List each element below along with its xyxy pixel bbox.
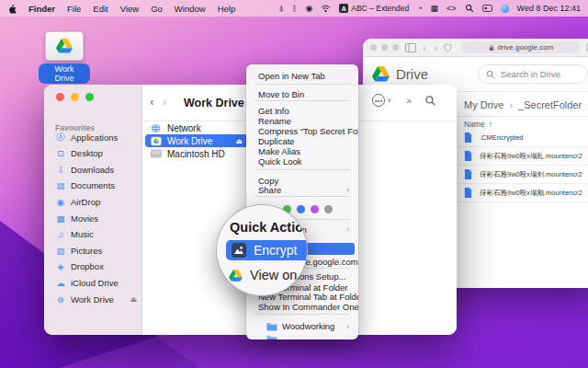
finder-row-label: Macintosh HD (167, 149, 225, 159)
time-machine-icon[interactable]: ◔ (417, 5, 422, 13)
finder-row-network[interactable]: Network (145, 121, 248, 134)
menu-help[interactable]: Help (218, 4, 236, 14)
back-icon[interactable]: ‹ (150, 95, 153, 109)
menu-item-label: Move to Bin (258, 89, 304, 99)
external-drive-icon (45, 31, 84, 61)
sidebar-item-dropbox[interactable]: ◈Dropbox (50, 259, 137, 274)
menu-item-share[interactable]: Share› (250, 185, 355, 195)
menu-item-show-in-commander-one[interactable]: Show In Commander One (250, 302, 355, 312)
wifi-icon[interactable] (321, 5, 331, 13)
keyboard-icon[interactable]: ▦ (431, 5, 439, 13)
menu-view[interactable]: View (120, 4, 139, 14)
close-icon[interactable] (56, 93, 64, 101)
window-controls[interactable] (370, 44, 399, 51)
play-circle-icon[interactable]: ◉ (305, 5, 312, 13)
sidebar-item-icloud-drive[interactable]: ☁iCloud Drive (50, 275, 137, 290)
files-column-header[interactable]: Name ↑ (464, 120, 492, 129)
divider (455, 116, 588, 117)
apple-icon[interactable] (7, 4, 17, 14)
file-name: .CMEncrypted (480, 133, 524, 142)
file-row[interactable]: 伢彬石雅9w0殴x塌鹅.mountencr2 (455, 184, 588, 202)
app-status-icon[interactable] (501, 5, 509, 13)
sidebar-item-airdrop[interactable]: ◉AirDrop (50, 194, 137, 209)
shield-icon[interactable] (444, 43, 452, 52)
actions-menu-icon[interactable]: •••∨ (372, 94, 391, 107)
drive-search-box[interactable]: Search in Drive (478, 64, 588, 84)
menu-item-compress-top-secret-folder[interactable]: Compress “Top Secret Folder” (250, 126, 355, 136)
menu-item-move-to-bin[interactable]: Move to Bin (250, 89, 355, 99)
browser-titlebar[interactable]: ‹› drive.google.com (363, 39, 588, 57)
menu-window[interactable]: Window (175, 4, 206, 14)
menu-item-quick-look[interactable]: Quick Look (250, 156, 355, 167)
forward-icon[interactable]: › (435, 42, 438, 53)
file-row[interactable]: 伢彬石雅9w0殴x塌剑.mountencr2 (455, 166, 588, 184)
icloud-icon: ☁ (55, 278, 66, 288)
window-controls[interactable] (56, 93, 94, 101)
external-drive-icon (151, 136, 162, 146)
tag-color-icon[interactable] (324, 205, 333, 213)
control-center-icon[interactable] (482, 5, 492, 12)
submenu-chevron-icon: › (346, 224, 349, 235)
tag-color-icon[interactable] (297, 205, 305, 213)
zoom-icon[interactable] (85, 93, 94, 101)
sidebar-item-work-drive[interactable]: ⊛Work Drive⏏ (50, 292, 137, 306)
sort-arrow-icon[interactable]: ↑ (489, 120, 492, 129)
menu-item-rename[interactable]: Rename (250, 116, 355, 126)
sidebar-item-applications[interactable]: ⒶApplications (50, 130, 137, 144)
menu-item-woodworking[interactable]: Woodworking› (250, 319, 355, 333)
sidebar-item-music[interactable]: ♫Music (50, 227, 137, 242)
file-row[interactable]: .CMEncrypted (455, 129, 588, 147)
back-icon[interactable]: ‹ (423, 42, 426, 53)
eject-icon[interactable]: ⏏ (130, 295, 137, 304)
menu-item-get-info[interactable]: Get Info (250, 106, 355, 116)
bluetooth-icon[interactable]: ᛒ (292, 5, 297, 13)
menu-separator (254, 196, 350, 197)
menu-edit[interactable]: Edit (93, 4, 107, 14)
sidebar-item-documents[interactable]: ▤Documents (50, 178, 137, 193)
forward-icon[interactable]: › (163, 95, 166, 109)
search-icon (486, 70, 495, 79)
sidebar-item-movies[interactable]: ▦Movies (50, 211, 137, 225)
sidebar-item-downloads[interactable]: ⇩Downloads (50, 162, 137, 177)
code-icon[interactable]: <> (447, 5, 457, 13)
file-doc-icon (464, 151, 472, 161)
finder-row-work-drive[interactable]: Work Drive⏏ (145, 134, 248, 147)
menu-item-duplicate[interactable]: Duplicate (250, 136, 355, 146)
sidebar-item-label: AirDrop (71, 197, 100, 207)
folder-icon (266, 322, 277, 331)
menu-file[interactable]: File (67, 4, 81, 14)
menu-item-make-alias[interactable]: Make Alias (250, 146, 355, 156)
toolbar-overflow-icon[interactable]: » (406, 96, 410, 106)
desktop-icon-work-drive[interactable]: Work Drive (39, 31, 90, 85)
menu-separator (254, 100, 350, 101)
spotlight-icon[interactable] (465, 4, 474, 13)
encrypt-label: Encrypt (254, 243, 297, 258)
menubar-clock[interactable]: Wed 8 Dec 12:41 (517, 4, 581, 13)
input-source-label: ABC – Extended (351, 4, 409, 13)
tag-color-icon[interactable] (311, 205, 319, 213)
file-doc-icon (464, 188, 472, 198)
tree-icon[interactable]: ⍋ (279, 5, 284, 13)
breadcrumb-current[interactable]: _SecretFolder (518, 99, 582, 110)
lock-icon (489, 44, 494, 52)
menu-go[interactable]: Go (151, 4, 163, 14)
google-drive-logo-icon[interactable] (372, 66, 390, 82)
menu-item-open-in-new-tab[interactable]: Open in New Tab (250, 71, 355, 81)
address-bar[interactable]: drive.google.com (462, 41, 580, 53)
drive-logo-text: Drive (396, 66, 428, 82)
finder-row-label: Work Drive (167, 136, 212, 146)
eject-icon[interactable]: ⏏ (235, 137, 243, 145)
sidebar-item-pictures[interactable]: ▧Pictures (50, 243, 137, 258)
desktop: FinderFileEditViewGoWindowHelp ⍋ᛒ◉AABC –… (0, 0, 588, 368)
encrypt-menu-item[interactable]: Encrypt (226, 240, 308, 260)
file-row[interactable]: 伢彬石雅9w0殴x塌乱.mountencr2 (455, 147, 588, 166)
sidebar-toggle-icon[interactable] (405, 43, 416, 52)
menu-finder[interactable]: Finder (28, 4, 55, 14)
input-source-badge[interactable]: AABC – Extended (339, 4, 409, 13)
search-icon[interactable] (424, 95, 436, 107)
breadcrumb-root[interactable]: My Drive (464, 99, 503, 110)
sidebar-item-label: Applications (71, 132, 118, 143)
sidebar-item-desktop[interactable]: ⊡Desktop (50, 146, 137, 161)
minimize-icon[interactable] (71, 93, 79, 101)
finder-row-macintosh-hd[interactable]: Macintosh HD (145, 147, 248, 160)
